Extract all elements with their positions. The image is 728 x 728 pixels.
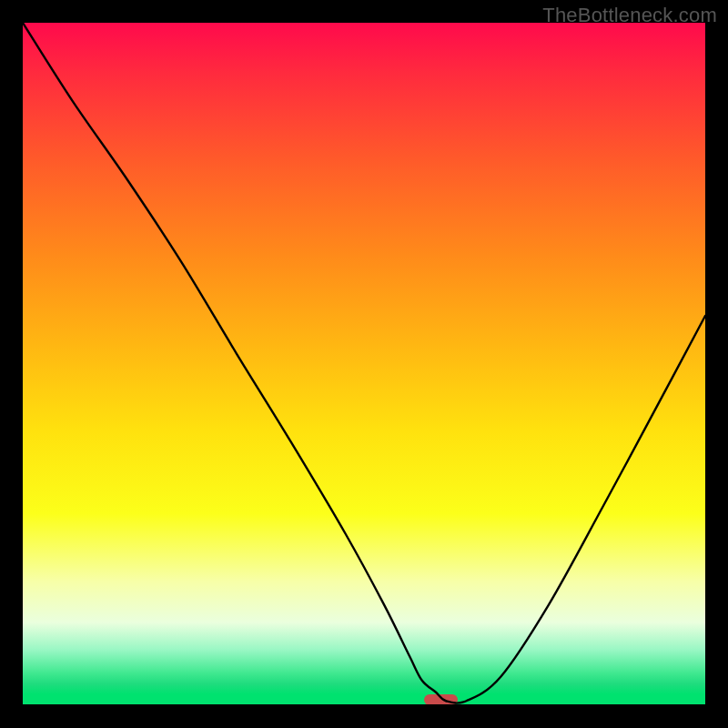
plot-area xyxy=(23,23,705,704)
bottleneck-curve xyxy=(23,23,705,704)
watermark-text: TheBottleneck.com xyxy=(542,4,717,27)
chart-frame: TheBottleneck.com xyxy=(0,0,728,728)
